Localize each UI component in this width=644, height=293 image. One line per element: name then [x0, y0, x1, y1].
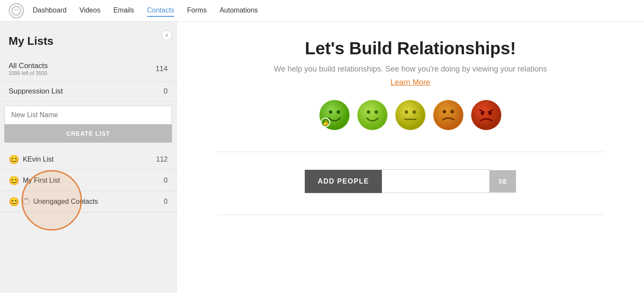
emoji-svg-4 — [433, 100, 463, 130]
svg-text:👍: 👍 — [322, 119, 329, 126]
sidebar: < My Lists All Contacts 3386 left of 350… — [0, 22, 177, 293]
suppression-list-item[interactable]: Suppression List 0 — [0, 82, 176, 101]
list-item-first-name: My First List — [23, 177, 60, 184]
search-input[interactable] — [382, 169, 490, 193]
svg-point-16 — [472, 100, 501, 130]
emoji-svg-1: 👍 — [319, 100, 350, 130]
emoji-svg-3 — [395, 100, 425, 130]
svg-point-6 — [358, 100, 387, 130]
emoji-face-4 — [433, 100, 463, 130]
top-divider — [216, 152, 604, 152]
main-subtitle: We help you build relationships. See how… — [274, 65, 547, 74]
svg-point-9 — [396, 100, 425, 130]
nav-forms[interactable]: Forms — [187, 5, 206, 17]
svg-point-0 — [12, 6, 21, 15]
list-item-first-count: 0 — [164, 177, 168, 184]
new-list-name-input[interactable] — [4, 106, 172, 125]
list-item-kevin-left: 😊 KEvin List — [9, 154, 53, 165]
svg-point-14 — [443, 110, 446, 113]
svg-point-19 — [481, 112, 484, 115]
svg-point-15 — [450, 110, 454, 113]
top-nav: Dashboard Videos Emails Contacts Forms A… — [0, 0, 644, 22]
suppression-list-label: Suppression List — [9, 87, 63, 96]
learn-more-link[interactable]: Learn More — [391, 78, 430, 87]
svg-point-10 — [405, 110, 408, 114]
sidebar-title: My Lists — [0, 30, 176, 56]
list-item-unengaged[interactable]: 😊 Unengaged Contacts 0 — [0, 191, 176, 212]
create-list-button[interactable]: CREATE LIST — [4, 125, 172, 143]
nav-videos[interactable]: Videos — [79, 5, 100, 17]
list-item-first-left: 😊 My First List — [9, 175, 60, 186]
svg-point-11 — [413, 110, 416, 114]
main-content: Let's Build Relationships! We help you b… — [177, 22, 644, 293]
emoji-face-3 — [395, 100, 425, 130]
all-contacts-item[interactable]: All Contacts 3386 left of 3500 114 — [0, 56, 176, 82]
svg-point-3 — [337, 110, 340, 114]
emoji-face-5 — [471, 100, 501, 130]
list-item-kevin-emoji: 😊 — [9, 154, 19, 165]
nav-dashboard[interactable]: Dashboard — [33, 5, 66, 17]
actions-row: ADD PEOPLE SE — [305, 169, 516, 193]
nav-contacts[interactable]: Contacts — [147, 5, 174, 17]
all-contacts-left: All Contacts 3386 left of 3500 — [9, 62, 48, 76]
nav-links: Dashboard Videos Emails Contacts Forms A… — [33, 5, 258, 17]
list-item-kevin-count: 112 — [156, 156, 168, 163]
emoji-face-1: 👍 — [319, 100, 350, 130]
add-people-button[interactable]: ADD PEOPLE — [305, 170, 382, 193]
list-item-unengaged-emoji: 😊 — [9, 196, 19, 207]
all-contacts-sub: 3386 left of 3500 — [9, 70, 48, 76]
svg-point-2 — [329, 110, 332, 114]
suppression-list-count: 0 — [164, 87, 168, 96]
nav-automations[interactable]: Automations — [219, 5, 258, 17]
list-item-first[interactable]: 😊 My First List 0 — [0, 170, 176, 191]
spinner-icon — [23, 198, 30, 205]
all-contacts-count: 114 — [156, 65, 168, 73]
main-layout: < My Lists All Contacts 3386 left of 350… — [0, 22, 644, 293]
bottom-divider — [216, 215, 604, 215]
svg-point-20 — [488, 112, 492, 115]
list-item-kevin[interactable]: 😊 KEvin List 112 — [0, 149, 176, 170]
all-contacts-label: All Contacts — [9, 62, 48, 70]
svg-point-7 — [367, 110, 370, 114]
svg-point-13 — [434, 100, 463, 130]
list-item-first-emoji: 😊 — [9, 175, 19, 186]
emoji-svg-5 — [471, 100, 501, 130]
svg-point-8 — [375, 110, 378, 114]
list-item-unengaged-left: 😊 Unengaged Contacts — [9, 196, 98, 207]
emoji-face-2 — [357, 100, 388, 130]
search-button[interactable]: SE — [490, 170, 516, 193]
nav-emails[interactable]: Emails — [113, 5, 134, 17]
logo-icon — [9, 3, 24, 19]
sidebar-collapse-button[interactable]: < — [162, 30, 172, 41]
emoji-faces-row: 👍 — [319, 100, 501, 130]
main-title: Let's Build Relationships! — [305, 39, 516, 58]
list-item-unengaged-name: Unengaged Contacts — [33, 198, 98, 206]
emoji-svg-2 — [357, 100, 388, 130]
list-item-kevin-name: KEvin List — [23, 156, 53, 163]
list-item-unengaged-count: 0 — [164, 198, 168, 206]
